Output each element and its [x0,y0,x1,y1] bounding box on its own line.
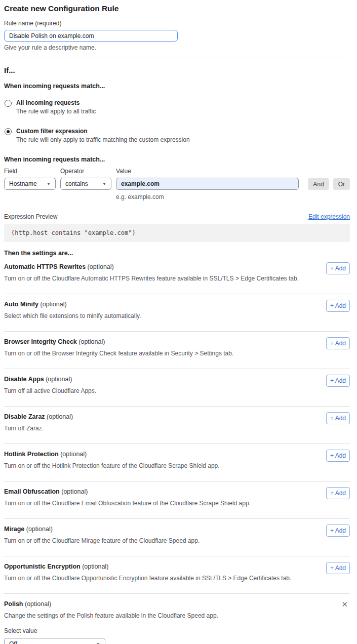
expression-preview-label: Expression Preview [4,213,57,220]
setting-row-automatic-https-rewrites: Automatic HTTPS Rewrites (optional) Turn… [4,257,350,294]
radio-label: Custom filter expression [16,128,190,135]
add-button[interactable]: + Add [326,375,350,387]
setting-description: Turn on or off the Cloudflare Mirage fea… [4,537,350,544]
setting-title: Hotlink Protection (optional) [4,451,350,458]
if-heading: If... [4,66,350,74]
operator-label: Operator [60,168,111,175]
optional-suffix: (optional) [44,376,72,383]
value-input[interactable] [116,178,299,190]
setting-title: Browser Integrity Check (optional) [4,338,350,345]
setting-row-browser-integrity-check: Browser Integrity Check (optional) Turn … [4,332,350,369]
setting-title: Mirage (optional) [4,526,350,533]
value-label: Value [116,168,299,175]
optional-suffix: (optional) [60,488,88,495]
add-button[interactable]: + Add [326,525,350,537]
add-button[interactable]: + Add [326,562,350,574]
optional-suffix: (optional) [77,338,105,345]
radio-option-custom-filter-expression[interactable]: Custom filter expression The rule will o… [4,128,350,143]
radio-description: The rule will only apply to traffic matc… [16,136,190,143]
matcher-row: Field Hostname ▼ Operator contains ▼ Val… [4,168,350,200]
setting-title: Auto Minify (optional) [4,301,350,308]
add-button[interactable]: + Add [326,487,350,499]
create-configuration-rule-form: Create new Configuration Rule Rule name … [0,0,357,644]
setting-title: Email Obfuscation (optional) [4,488,350,495]
setting-row-auto-minify: Auto Minify (optional) Select which file… [4,294,350,332]
add-button[interactable]: + Add [326,412,350,424]
then-settings-heading: Then the settings are... [4,250,350,257]
setting-title: Polish (optional) [4,600,350,608]
optional-suffix: (optional) [45,413,73,420]
setting-description: Turn off all active Cloudflare Apps. [4,387,350,394]
setting-row-disable-zaraz: Disable Zaraz (optional) Turn off Zaraz.… [4,407,350,444]
select-value-label: Select value [4,627,350,634]
optional-suffix: (optional) [23,600,52,608]
setting-row-mirage: Mirage (optional) Turn on or off the Clo… [4,519,350,556]
radio-selected-icon[interactable] [5,128,12,135]
incoming-requests-radio-group: All incoming requests The rule will appl… [4,99,350,143]
optional-suffix: (optional) [86,263,114,270]
add-button[interactable]: + Add [326,337,350,349]
field-select[interactable]: Hostname ▼ [4,178,56,190]
setting-title: Disable Zaraz (optional) [4,413,350,420]
radio-option-all-incoming-requests[interactable]: All incoming requests The rule will appl… [4,99,350,115]
setting-title: Automatic HTTPS Rewrites (optional) [4,263,350,270]
field-label: Field [4,168,56,175]
setting-description: Turn on or off the Browser Integrity Che… [4,350,350,357]
setting-row-email-obfuscation: Email Obfuscation (optional) Turn on or … [4,481,350,519]
matcher-heading: When incoming requests match... [4,156,350,163]
edit-expression-link[interactable]: Edit expression [308,213,350,220]
close-icon[interactable]: ✕ [341,600,348,608]
setting-description: Turn on or off the Hotlink Protection fe… [4,462,350,469]
expression-preview-code: (http.host contains "example.com") [4,224,350,242]
polish-value-select[interactable]: Off ▼ [4,638,105,644]
operator-select-value: contains [65,180,88,187]
optional-suffix: (optional) [38,301,67,308]
optional-suffix: (optional) [59,451,87,458]
setting-row-disable-apps: Disable Apps (optional) Turn off all act… [4,369,350,407]
setting-description: Turn off Zaraz. [4,425,350,432]
and-button[interactable]: And [308,178,329,190]
page-title: Create new Configuration Rule [4,4,350,13]
optional-suffix: (optional) [81,563,109,570]
setting-row-polish-expanded: Polish (optional) ✕ Change the settings … [4,594,350,644]
value-helper: e.g. example.com [116,193,299,200]
polish-select-value: Off [9,640,17,644]
field-select-value: Hostname [9,180,37,187]
rule-name-label: Rule name (required) [4,20,350,27]
add-button[interactable]: + Add [326,450,350,462]
radio-label: All incoming requests [16,99,96,106]
divider [4,58,350,58]
setting-description: Turn on or off the Cloudflare Email Obfu… [4,500,350,507]
radio-description: The rule will apply to all traffic [16,108,96,115]
setting-description: Select which file extensions to minify a… [4,312,350,319]
setting-description: Change the settings of the Polish featur… [4,612,350,619]
optional-suffix: (optional) [24,526,53,533]
rule-name-input[interactable] [4,30,178,42]
setting-row-opportunistic-encryption: Opportunistic Encryption (optional) Turn… [4,556,350,594]
operator-select[interactable]: contains ▼ [60,178,111,190]
setting-title: Opportunistic Encryption (optional) [4,563,350,570]
radio-unselected-icon[interactable] [5,100,12,107]
setting-description: Turn on or off the Cloudflare Opportunis… [4,575,350,582]
rule-name-helper: Give your rule a descriptive name. [4,44,350,51]
chevron-down-icon: ▼ [96,642,100,644]
setting-row-hotlink-protection: Hotlink Protection (optional) Turn on or… [4,444,350,481]
chevron-down-icon: ▼ [47,182,51,186]
if-subheading: When incoming requests match... [4,83,350,90]
add-button[interactable]: + Add [326,262,350,274]
or-button[interactable]: Or [333,178,350,190]
setting-title: Disable Apps (optional) [4,376,350,383]
add-button[interactable]: + Add [326,300,350,312]
setting-description: Turn on or off the Cloudflare Automatic … [4,275,350,282]
chevron-down-icon: ▼ [102,182,106,186]
